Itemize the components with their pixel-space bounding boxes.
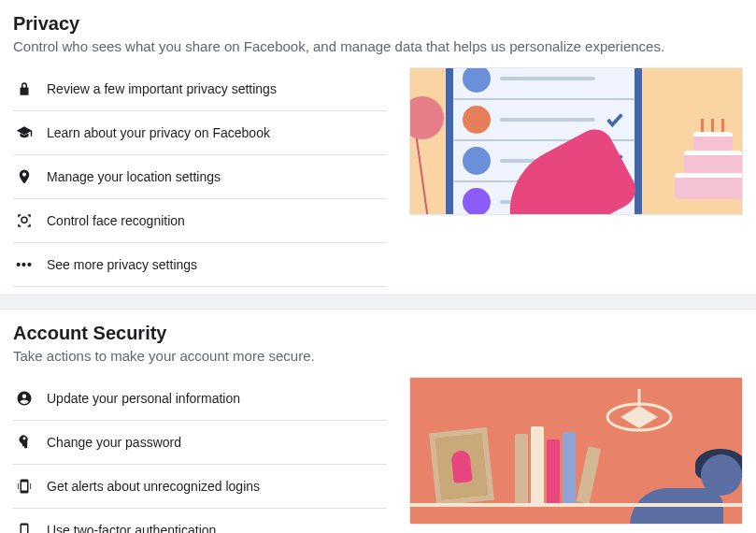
more-privacy-settings-link[interactable]: ••• See more privacy settings	[13, 243, 387, 287]
privacy-body: Review a few important privacy settings …	[13, 67, 743, 287]
settings-item-label: Get alerts about unrecognized logins	[47, 479, 260, 494]
privacy-illustration	[409, 67, 743, 215]
graduation-cap-icon	[15, 123, 34, 142]
settings-item-label: Change your password	[47, 435, 181, 450]
settings-item-label: Review a few important privacy settings	[47, 81, 277, 96]
settings-item-label: Use two-factor authentication	[47, 523, 216, 533]
login-alerts-link[interactable]: Get alerts about unrecognized logins	[13, 465, 387, 509]
change-password-link[interactable]: Change your password	[13, 421, 387, 465]
two-factor-link[interactable]: Use two-factor authentication	[13, 509, 387, 533]
face-recognition-link[interactable]: Control face recognition	[13, 199, 387, 243]
settings-item-label: See more privacy settings	[47, 257, 197, 272]
section-divider	[0, 295, 756, 310]
lock-icon	[15, 79, 34, 98]
privacy-section: Privacy Control who sees what you share …	[0, 0, 756, 295]
security-subtitle: Take actions to make your account more s…	[13, 348, 743, 364]
key-icon	[15, 433, 34, 452]
settings-item-label: Update your personal information	[47, 391, 240, 406]
mobile-icon	[15, 521, 34, 533]
privacy-settings-list: Review a few important privacy settings …	[13, 67, 387, 287]
privacy-subtitle: Control who sees what you share on Faceb…	[13, 38, 743, 54]
personal-info-link[interactable]: Update your personal information	[13, 377, 387, 421]
user-circle-icon	[15, 389, 34, 408]
more-icon: •••	[15, 255, 34, 274]
security-body: Update your personal information Change …	[13, 377, 743, 533]
face-scan-icon	[15, 211, 34, 230]
security-settings-list: Update your personal information Change …	[13, 377, 387, 533]
security-section: Account Security Take actions to make yo…	[0, 310, 756, 533]
phone-vibrate-icon	[15, 477, 34, 496]
security-illustration	[409, 377, 743, 525]
privacy-title: Privacy	[13, 13, 743, 35]
location-pin-icon	[15, 167, 34, 186]
settings-item-label: Control face recognition	[47, 213, 185, 228]
security-title: Account Security	[13, 323, 743, 344]
settings-item-label: Learn about your privacy on Facebook	[47, 125, 270, 140]
location-settings-link[interactable]: Manage your location settings	[13, 155, 387, 199]
settings-item-label: Manage your location settings	[47, 169, 221, 184]
privacy-checkup-link[interactable]: Review a few important privacy settings	[13, 67, 387, 111]
privacy-basics-link[interactable]: Learn about your privacy on Facebook	[13, 111, 387, 155]
